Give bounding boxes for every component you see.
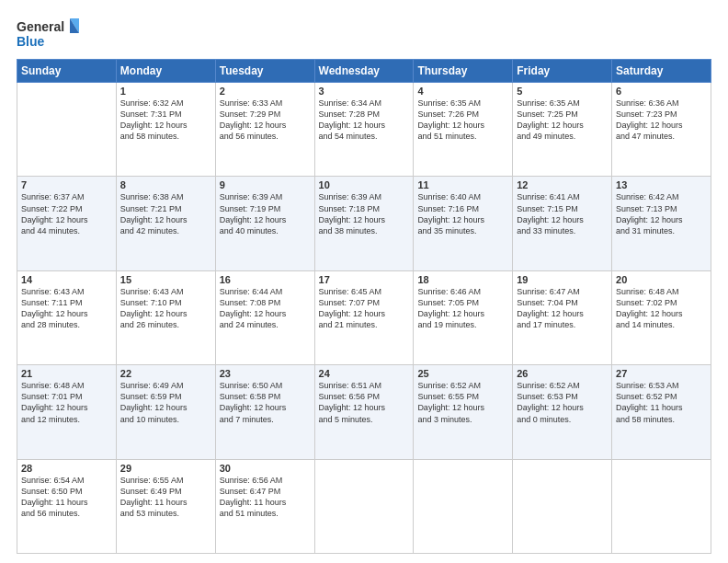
day-cell: 8Sunrise: 6:38 AM Sunset: 7:21 PM Daylig… [116,177,215,270]
calendar-page: General Blue SundayMondayTuesdayWednesda… [0,0,728,563]
day-number: 15 [120,274,211,285]
svg-text:General: General [17,19,64,34]
day-cell: 2Sunrise: 6:33 AM Sunset: 7:29 PM Daylig… [215,83,314,177]
header: General Blue [17,17,711,52]
day-number: 5 [517,86,608,97]
day-number: 21 [21,368,112,379]
weekday-header-friday: Friday [513,60,612,83]
day-info: Sunrise: 6:39 AM Sunset: 7:19 PM Dayligh… [220,191,311,236]
day-info: Sunrise: 6:42 AM Sunset: 7:13 PM Dayligh… [616,191,707,236]
day-info: Sunrise: 6:38 AM Sunset: 7:21 PM Dayligh… [120,191,211,236]
week-row-5: 28Sunrise: 6:54 AM Sunset: 6:50 PM Dayli… [17,459,711,553]
day-cell: 12Sunrise: 6:41 AM Sunset: 7:15 PM Dayli… [513,177,612,270]
day-number: 16 [220,274,311,285]
day-info: Sunrise: 6:43 AM Sunset: 7:11 PM Dayligh… [21,286,112,331]
day-cell: 19Sunrise: 6:47 AM Sunset: 7:04 PM Dayli… [513,270,612,364]
day-number: 10 [319,179,410,190]
day-cell [17,83,117,177]
day-cell: 6Sunrise: 6:36 AM Sunset: 7:23 PM Daylig… [612,83,711,177]
day-number: 28 [21,463,112,474]
day-number: 2 [220,86,311,97]
day-cell: 29Sunrise: 6:55 AM Sunset: 6:49 PM Dayli… [116,459,215,553]
day-cell: 22Sunrise: 6:49 AM Sunset: 6:59 PM Dayli… [116,365,215,459]
day-info: Sunrise: 6:37 AM Sunset: 7:22 PM Dayligh… [21,191,112,236]
day-info: Sunrise: 6:36 AM Sunset: 7:23 PM Dayligh… [616,98,707,143]
day-info: Sunrise: 6:52 AM Sunset: 6:53 PM Dayligh… [517,380,608,425]
day-cell: 1Sunrise: 6:32 AM Sunset: 7:31 PM Daylig… [116,83,215,177]
day-number: 30 [220,463,311,474]
day-cell [414,459,513,553]
day-number: 20 [616,274,707,285]
week-row-3: 14Sunrise: 6:43 AM Sunset: 7:11 PM Dayli… [17,270,711,364]
day-number: 26 [517,368,608,379]
day-cell: 5Sunrise: 6:35 AM Sunset: 7:25 PM Daylig… [513,83,612,177]
day-number: 18 [417,274,508,285]
logo: General Blue [17,17,81,52]
day-info: Sunrise: 6:44 AM Sunset: 7:08 PM Dayligh… [220,286,311,331]
day-cell: 24Sunrise: 6:51 AM Sunset: 6:56 PM Dayli… [314,365,414,459]
day-cell: 14Sunrise: 6:43 AM Sunset: 7:11 PM Dayli… [17,270,117,364]
day-info: Sunrise: 6:34 AM Sunset: 7:28 PM Dayligh… [319,98,410,143]
day-info: Sunrise: 6:48 AM Sunset: 7:02 PM Dayligh… [616,286,707,331]
day-info: Sunrise: 6:35 AM Sunset: 7:25 PM Dayligh… [517,98,608,143]
day-info: Sunrise: 6:54 AM Sunset: 6:50 PM Dayligh… [21,475,112,520]
day-number: 25 [417,368,508,379]
day-cell: 25Sunrise: 6:52 AM Sunset: 6:55 PM Dayli… [414,365,513,459]
day-number: 6 [616,86,707,97]
day-cell: 17Sunrise: 6:45 AM Sunset: 7:07 PM Dayli… [314,270,414,364]
day-cell: 18Sunrise: 6:46 AM Sunset: 7:05 PM Dayli… [414,270,513,364]
day-cell [612,459,711,553]
day-info: Sunrise: 6:52 AM Sunset: 6:55 PM Dayligh… [417,380,508,425]
week-row-4: 21Sunrise: 6:48 AM Sunset: 7:01 PM Dayli… [17,365,711,459]
weekday-header-saturday: Saturday [612,60,711,83]
day-info: Sunrise: 6:50 AM Sunset: 6:58 PM Dayligh… [220,380,311,425]
day-cell: 30Sunrise: 6:56 AM Sunset: 6:47 PM Dayli… [215,459,314,553]
day-cell: 9Sunrise: 6:39 AM Sunset: 7:19 PM Daylig… [215,177,314,270]
svg-text:Blue: Blue [17,34,45,49]
day-cell: 3Sunrise: 6:34 AM Sunset: 7:28 PM Daylig… [314,83,414,177]
day-info: Sunrise: 6:47 AM Sunset: 7:04 PM Dayligh… [517,286,608,331]
day-info: Sunrise: 6:46 AM Sunset: 7:05 PM Dayligh… [417,286,508,331]
weekday-header-row: SundayMondayTuesdayWednesdayThursdayFrid… [17,60,711,83]
day-number: 23 [220,368,311,379]
day-info: Sunrise: 6:49 AM Sunset: 6:59 PM Dayligh… [120,380,211,425]
day-number: 12 [517,179,608,190]
day-number: 14 [21,274,112,285]
day-number: 3 [319,86,410,97]
day-info: Sunrise: 6:53 AM Sunset: 6:52 PM Dayligh… [616,380,707,425]
day-cell: 10Sunrise: 6:39 AM Sunset: 7:18 PM Dayli… [314,177,414,270]
day-number: 1 [120,86,211,97]
day-cell: 20Sunrise: 6:48 AM Sunset: 7:02 PM Dayli… [612,270,711,364]
day-info: Sunrise: 6:33 AM Sunset: 7:29 PM Dayligh… [220,98,311,143]
weekday-header-wednesday: Wednesday [314,60,414,83]
day-info: Sunrise: 6:56 AM Sunset: 6:47 PM Dayligh… [220,475,311,520]
weekday-header-monday: Monday [116,60,215,83]
day-cell [513,459,612,553]
day-info: Sunrise: 6:35 AM Sunset: 7:26 PM Dayligh… [417,98,508,143]
day-number: 8 [120,179,211,190]
day-cell: 16Sunrise: 6:44 AM Sunset: 7:08 PM Dayli… [215,270,314,364]
weekday-header-thursday: Thursday [414,60,513,83]
calendar-table: SundayMondayTuesdayWednesdayThursdayFrid… [17,59,711,554]
day-info: Sunrise: 6:45 AM Sunset: 7:07 PM Dayligh… [319,286,410,331]
day-number: 22 [120,368,211,379]
day-info: Sunrise: 6:41 AM Sunset: 7:15 PM Dayligh… [517,191,608,236]
day-number: 27 [616,368,707,379]
day-cell: 11Sunrise: 6:40 AM Sunset: 7:16 PM Dayli… [414,177,513,270]
day-info: Sunrise: 6:40 AM Sunset: 7:16 PM Dayligh… [417,191,508,236]
day-number: 4 [417,86,508,97]
day-number: 29 [120,463,211,474]
day-info: Sunrise: 6:55 AM Sunset: 6:49 PM Dayligh… [120,475,211,520]
day-number: 7 [21,179,112,190]
day-cell: 4Sunrise: 6:35 AM Sunset: 7:26 PM Daylig… [414,83,513,177]
day-cell: 26Sunrise: 6:52 AM Sunset: 6:53 PM Dayli… [513,365,612,459]
day-number: 9 [220,179,311,190]
day-info: Sunrise: 6:51 AM Sunset: 6:56 PM Dayligh… [319,380,410,425]
day-number: 19 [517,274,608,285]
day-cell: 23Sunrise: 6:50 AM Sunset: 6:58 PM Dayli… [215,365,314,459]
day-info: Sunrise: 6:32 AM Sunset: 7:31 PM Dayligh… [120,98,211,143]
day-cell: 27Sunrise: 6:53 AM Sunset: 6:52 PM Dayli… [612,365,711,459]
day-cell: 15Sunrise: 6:43 AM Sunset: 7:10 PM Dayli… [116,270,215,364]
week-row-1: 1Sunrise: 6:32 AM Sunset: 7:31 PM Daylig… [17,83,711,177]
weekday-header-tuesday: Tuesday [215,60,314,83]
